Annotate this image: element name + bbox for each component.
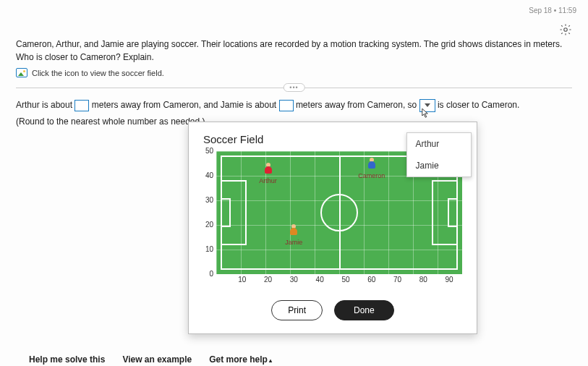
rounding-note: (Round to the nearest whole number as ne…: [16, 116, 205, 127]
answer-text-3: meters away from Cameron, so: [296, 100, 417, 110]
player-label: Jamie: [285, 239, 302, 246]
dropdown-option-arthur[interactable]: Arthur: [407, 133, 471, 155]
closer-player-dropdown[interactable]: [419, 99, 435, 112]
timestamp: Sep 18 • 11:59: [529, 7, 576, 14]
x-tick: 30: [290, 276, 298, 284]
ellipsis-icon: •••: [283, 83, 304, 92]
gear-icon[interactable]: [559, 23, 572, 38]
player-label: Cameron: [358, 172, 385, 179]
x-tick: 50: [341, 276, 349, 284]
answer-text-2: meters away from Cameron, and Jamie is a…: [92, 100, 276, 110]
answer-text-1: Arthur is about: [16, 100, 72, 110]
x-tick: 60: [367, 276, 375, 284]
help-link[interactable]: Help me solve this: [29, 354, 105, 365]
x-tick: 10: [238, 276, 246, 284]
y-tick: 10: [205, 245, 213, 253]
picture-icon[interactable]: [16, 68, 27, 77]
y-tick: 30: [205, 196, 213, 204]
more-help-link[interactable]: Get more help▴: [209, 354, 272, 365]
example-link[interactable]: View an example: [122, 354, 192, 365]
section-divider: •••: [16, 88, 572, 88]
y-tick: 0: [209, 270, 213, 278]
dropdown-menu: Arthur Jamie: [406, 132, 472, 177]
x-tick: 40: [316, 276, 324, 284]
question-text: Cameron, Arthur, and Jamie are playing s…: [16, 38, 572, 64]
modal-title: Soccer Field: [203, 133, 263, 145]
player-marker: [289, 224, 299, 237]
y-tick: 40: [205, 171, 213, 179]
player-label: Arthur: [259, 177, 277, 184]
done-button[interactable]: Done: [334, 300, 394, 320]
answer-text-4: is closer to Cameron.: [438, 100, 519, 110]
print-button[interactable]: Print: [271, 300, 323, 320]
player-marker: [367, 158, 377, 171]
x-tick: 70: [393, 276, 401, 284]
jamie-distance-input[interactable]: [279, 100, 294, 111]
arthur-distance-input[interactable]: [74, 100, 89, 111]
y-tick: 20: [205, 221, 213, 229]
x-tick: 20: [264, 276, 272, 284]
x-tick: 90: [446, 276, 453, 284]
svg-point-0: [564, 28, 568, 32]
view-field-link[interactable]: Click the icon to view the soccer field.: [32, 69, 164, 77]
x-tick: 80: [419, 276, 427, 284]
y-tick: 50: [205, 147, 213, 155]
player-marker: [263, 163, 273, 176]
dropdown-option-jamie[interactable]: Jamie: [407, 155, 471, 176]
